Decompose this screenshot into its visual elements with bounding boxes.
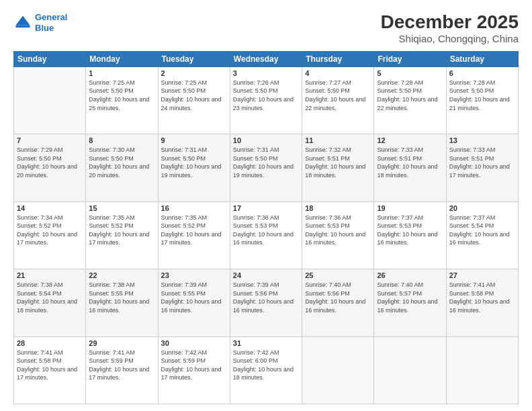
table-row: 16Sunrise: 7:35 AM Sunset: 5:52 PM Dayli… xyxy=(158,201,230,269)
day-number: 1 xyxy=(89,69,154,77)
page: General Blue December 2025 Shiqiao, Chon… xyxy=(0,0,532,411)
day-info: Sunrise: 7:34 AM Sunset: 5:52 PM Dayligh… xyxy=(17,214,83,247)
day-number: 17 xyxy=(233,204,299,212)
day-info: Sunrise: 7:25 AM Sunset: 5:50 PM Dayligh… xyxy=(89,79,154,112)
day-info: Sunrise: 7:31 AM Sunset: 5:50 PM Dayligh… xyxy=(161,146,227,179)
day-info: Sunrise: 7:41 AM Sunset: 5:59 PM Dayligh… xyxy=(89,349,154,382)
day-number: 5 xyxy=(377,69,443,77)
calendar-table: Sunday Monday Tuesday Wednesday Thursday… xyxy=(13,51,519,404)
table-row: 2Sunrise: 7:25 AM Sunset: 5:50 PM Daylig… xyxy=(158,66,230,134)
table-row: 5Sunrise: 7:28 AM Sunset: 5:50 PM Daylig… xyxy=(374,66,446,134)
month-title: December 2025 xyxy=(381,12,519,33)
day-number: 29 xyxy=(89,339,154,347)
day-info: Sunrise: 7:25 AM Sunset: 5:50 PM Dayligh… xyxy=(161,79,227,112)
day-number: 14 xyxy=(17,204,83,212)
day-info: Sunrise: 7:41 AM Sunset: 5:58 PM Dayligh… xyxy=(449,281,515,314)
table-row: 31Sunrise: 7:42 AM Sunset: 6:00 PM Dayli… xyxy=(230,336,302,404)
day-info: Sunrise: 7:37 AM Sunset: 5:54 PM Dayligh… xyxy=(449,214,515,247)
table-row: 10Sunrise: 7:31 AM Sunset: 5:50 PM Dayli… xyxy=(230,134,302,201)
day-number: 3 xyxy=(233,69,299,77)
day-number: 2 xyxy=(161,69,227,77)
col-thursday: Thursday xyxy=(302,51,374,66)
day-info: Sunrise: 7:29 AM Sunset: 5:50 PM Dayligh… xyxy=(17,146,83,179)
table-row: 20Sunrise: 7:37 AM Sunset: 5:54 PM Dayli… xyxy=(446,201,518,269)
col-sunday: Sunday xyxy=(14,51,86,66)
day-info: Sunrise: 7:33 AM Sunset: 5:51 PM Dayligh… xyxy=(449,146,515,179)
table-row: 13Sunrise: 7:33 AM Sunset: 5:51 PM Dayli… xyxy=(446,134,518,201)
day-number: 27 xyxy=(449,271,515,279)
day-info: Sunrise: 7:41 AM Sunset: 5:58 PM Dayligh… xyxy=(17,349,83,382)
day-number: 15 xyxy=(89,204,154,212)
calendar-header-row: Sunday Monday Tuesday Wednesday Thursday… xyxy=(14,51,519,66)
day-info: Sunrise: 7:42 AM Sunset: 5:59 PM Dayligh… xyxy=(161,349,227,382)
logo-icon xyxy=(13,13,32,32)
table-row: 4Sunrise: 7:27 AM Sunset: 5:50 PM Daylig… xyxy=(302,66,374,134)
day-info: Sunrise: 7:27 AM Sunset: 5:50 PM Dayligh… xyxy=(305,79,371,112)
day-number: 11 xyxy=(305,136,371,144)
table-row: 29Sunrise: 7:41 AM Sunset: 5:59 PM Dayli… xyxy=(86,336,158,404)
col-tuesday: Tuesday xyxy=(158,51,230,66)
svg-marker-0 xyxy=(16,15,30,25)
day-info: Sunrise: 7:32 AM Sunset: 5:51 PM Dayligh… xyxy=(305,146,371,179)
day-number: 26 xyxy=(377,271,443,279)
table-row: 6Sunrise: 7:28 AM Sunset: 5:50 PM Daylig… xyxy=(446,66,518,134)
table-row: 14Sunrise: 7:34 AM Sunset: 5:52 PM Dayli… xyxy=(14,201,86,269)
day-number: 28 xyxy=(17,339,83,347)
day-number: 4 xyxy=(305,69,371,77)
svg-rect-1 xyxy=(16,25,30,28)
title-block: December 2025 Shiqiao, Chongqing, China xyxy=(381,12,519,44)
day-number: 9 xyxy=(161,136,227,144)
day-number: 18 xyxy=(305,204,371,212)
table-row: 3Sunrise: 7:26 AM Sunset: 5:50 PM Daylig… xyxy=(230,66,302,134)
table-row: 19Sunrise: 7:37 AM Sunset: 5:53 PM Dayli… xyxy=(374,201,446,269)
day-info: Sunrise: 7:40 AM Sunset: 5:56 PM Dayligh… xyxy=(305,281,371,314)
day-info: Sunrise: 7:31 AM Sunset: 5:50 PM Dayligh… xyxy=(233,146,299,179)
day-info: Sunrise: 7:26 AM Sunset: 5:50 PM Dayligh… xyxy=(233,79,299,112)
header: General Blue December 2025 Shiqiao, Chon… xyxy=(13,12,519,44)
table-row: 26Sunrise: 7:40 AM Sunset: 5:57 PM Dayli… xyxy=(374,269,446,336)
table-row: 7Sunrise: 7:29 AM Sunset: 5:50 PM Daylig… xyxy=(14,134,86,201)
logo: General Blue xyxy=(13,12,67,33)
table-row: 17Sunrise: 7:36 AM Sunset: 5:53 PM Dayli… xyxy=(230,201,302,269)
table-row: 1Sunrise: 7:25 AM Sunset: 5:50 PM Daylig… xyxy=(86,66,158,134)
table-row xyxy=(14,66,86,134)
day-number: 7 xyxy=(17,136,83,144)
table-row: 22Sunrise: 7:38 AM Sunset: 5:55 PM Dayli… xyxy=(86,269,158,336)
table-row: 21Sunrise: 7:38 AM Sunset: 5:54 PM Dayli… xyxy=(14,269,86,336)
table-row: 12Sunrise: 7:33 AM Sunset: 5:51 PM Dayli… xyxy=(374,134,446,201)
day-number: 31 xyxy=(233,339,299,347)
day-number: 16 xyxy=(161,204,227,212)
table-row: 18Sunrise: 7:36 AM Sunset: 5:53 PM Dayli… xyxy=(302,201,374,269)
day-info: Sunrise: 7:42 AM Sunset: 6:00 PM Dayligh… xyxy=(233,349,299,382)
day-info: Sunrise: 7:30 AM Sunset: 5:50 PM Dayligh… xyxy=(89,146,154,179)
table-row: 11Sunrise: 7:32 AM Sunset: 5:51 PM Dayli… xyxy=(302,134,374,201)
day-number: 13 xyxy=(449,136,515,144)
day-info: Sunrise: 7:39 AM Sunset: 5:56 PM Dayligh… xyxy=(233,281,299,314)
col-saturday: Saturday xyxy=(446,51,518,66)
day-number: 22 xyxy=(89,271,154,279)
day-info: Sunrise: 7:36 AM Sunset: 5:53 PM Dayligh… xyxy=(305,214,371,247)
day-number: 6 xyxy=(449,69,515,77)
table-row xyxy=(374,336,446,404)
day-number: 21 xyxy=(17,271,83,279)
day-number: 20 xyxy=(449,204,515,212)
day-number: 12 xyxy=(377,136,443,144)
table-row: 24Sunrise: 7:39 AM Sunset: 5:56 PM Dayli… xyxy=(230,269,302,336)
day-number: 8 xyxy=(89,136,154,144)
day-number: 10 xyxy=(233,136,299,144)
table-row: 9Sunrise: 7:31 AM Sunset: 5:50 PM Daylig… xyxy=(158,134,230,201)
location-subtitle: Shiqiao, Chongqing, China xyxy=(381,33,519,44)
day-info: Sunrise: 7:37 AM Sunset: 5:53 PM Dayligh… xyxy=(377,214,443,247)
day-info: Sunrise: 7:28 AM Sunset: 5:50 PM Dayligh… xyxy=(449,79,515,112)
table-row xyxy=(446,336,518,404)
day-info: Sunrise: 7:33 AM Sunset: 5:51 PM Dayligh… xyxy=(377,146,443,179)
day-info: Sunrise: 7:28 AM Sunset: 5:50 PM Dayligh… xyxy=(377,79,443,112)
table-row: 28Sunrise: 7:41 AM Sunset: 5:58 PM Dayli… xyxy=(14,336,86,404)
day-info: Sunrise: 7:35 AM Sunset: 5:52 PM Dayligh… xyxy=(89,214,154,247)
day-info: Sunrise: 7:36 AM Sunset: 5:53 PM Dayligh… xyxy=(233,214,299,247)
table-row: 27Sunrise: 7:41 AM Sunset: 5:58 PM Dayli… xyxy=(446,269,518,336)
table-row: 15Sunrise: 7:35 AM Sunset: 5:52 PM Dayli… xyxy=(86,201,158,269)
day-number: 23 xyxy=(161,271,227,279)
day-number: 24 xyxy=(233,271,299,279)
day-info: Sunrise: 7:38 AM Sunset: 5:54 PM Dayligh… xyxy=(17,281,83,314)
